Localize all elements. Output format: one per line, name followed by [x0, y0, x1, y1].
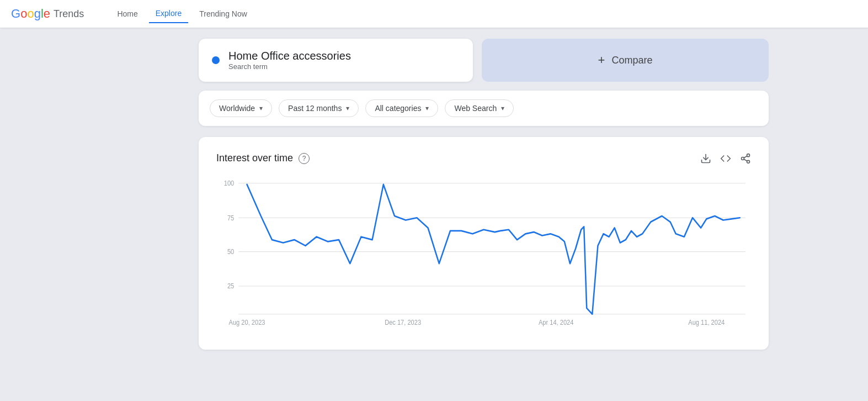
logo-google-text: Google: [11, 7, 50, 21]
search-section: Home Office accessories Search term + Co…: [199, 39, 769, 82]
nav-trending-now[interactable]: Trending Now: [193, 5, 254, 23]
svg-line-5: [744, 156, 747, 157]
compare-label: Compare: [611, 55, 652, 66]
y-label-75: 75: [227, 214, 234, 221]
filter-time[interactable]: Past 12 months ▾: [279, 99, 359, 117]
filter-source[interactable]: Web Search ▾: [445, 99, 514, 117]
filter-time-label: Past 12 months: [288, 104, 342, 113]
chart-container: 100 75 50 25 Aug 20, 2023 Dec 17, 2023 A…: [216, 177, 751, 334]
chevron-down-icon: ▾: [346, 104, 349, 112]
chart-title-group: Interest over time ?: [216, 152, 310, 164]
filter-row: Worldwide ▾ Past 12 months ▾ All categor…: [199, 91, 769, 126]
chart-header: Interest over time ?: [216, 152, 751, 164]
chart-title: Interest over time: [216, 152, 293, 164]
x-label-apr2024: Apr 14, 2024: [539, 319, 574, 326]
download-icon: [700, 153, 711, 164]
share-icon: [740, 153, 751, 164]
chevron-down-icon: ▾: [501, 104, 504, 112]
x-label-dec2023: Dec 17, 2023: [385, 319, 421, 326]
nav-explore[interactable]: Explore: [149, 4, 188, 23]
help-icon[interactable]: ?: [299, 153, 310, 164]
chart-section: Interest over time ?: [199, 137, 769, 350]
search-box: Home Office accessories Search term: [199, 39, 473, 82]
logo-trends-text: Trends: [54, 8, 84, 20]
main-nav: Home Explore Trending Now: [110, 4, 253, 23]
header: Google Trends Home Explore Trending Now: [0, 0, 868, 28]
nav-home[interactable]: Home: [110, 5, 144, 23]
filter-category-label: All categories: [375, 104, 421, 113]
search-dot: [212, 56, 220, 64]
y-label-50: 50: [227, 249, 234, 255]
logo: Google Trends: [11, 7, 84, 21]
x-label-aug2023: Aug 20, 2023: [229, 319, 265, 326]
share-button[interactable]: [740, 153, 751, 164]
chart-actions: [700, 153, 751, 164]
y-label-100: 100: [224, 180, 235, 187]
x-label-aug2024: Aug 11, 2024: [688, 319, 725, 326]
chevron-down-icon: ▾: [259, 104, 263, 112]
download-button[interactable]: [700, 153, 711, 164]
search-type: Search term: [228, 62, 351, 71]
trend-line: [247, 184, 740, 314]
compare-plus-icon: +: [598, 53, 605, 67]
help-char: ?: [302, 155, 306, 162]
chevron-down-icon: ▾: [425, 104, 429, 112]
filter-region-label: Worldwide: [219, 104, 255, 113]
y-label-25: 25: [227, 283, 234, 289]
embed-button[interactable]: [720, 153, 731, 164]
filter-category[interactable]: All categories ▾: [365, 99, 438, 117]
search-text-group: Home Office accessories Search term: [228, 50, 351, 71]
compare-box[interactable]: + Compare: [482, 39, 769, 82]
interest-chart: 100 75 50 25 Aug 20, 2023 Dec 17, 2023 A…: [216, 177, 751, 332]
filter-region[interactable]: Worldwide ▾: [210, 99, 272, 117]
filter-source-label: Web Search: [454, 104, 497, 113]
main-content: Home Office accessories Search term + Co…: [0, 28, 868, 361]
svg-line-4: [744, 159, 747, 161]
embed-icon: [720, 153, 731, 164]
search-term: Home Office accessories: [228, 50, 351, 62]
